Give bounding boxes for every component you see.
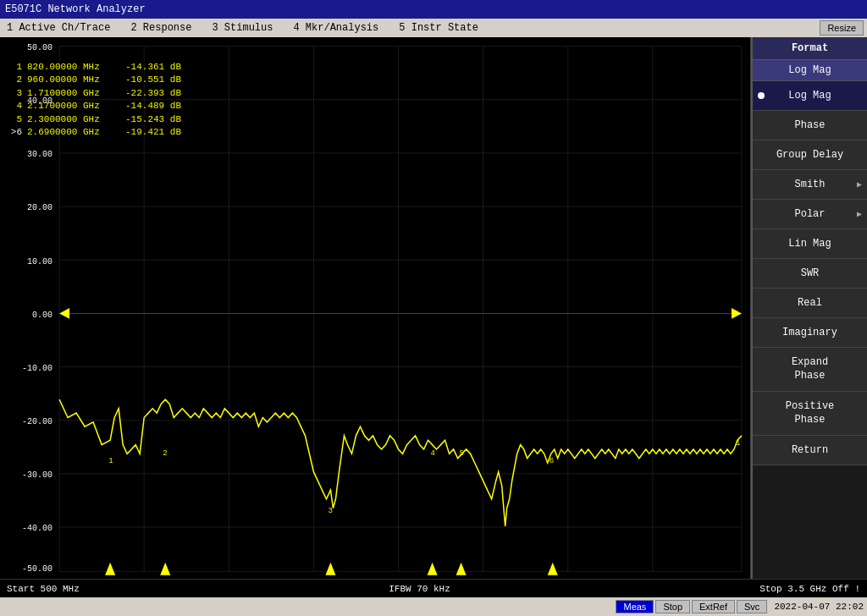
- menu-response[interactable]: 2 Response: [127, 20, 195, 36]
- menu-instr-state[interactable]: 5 Instr State: [395, 20, 482, 36]
- datetime-display: 2022-04-07 22:02: [774, 602, 864, 612]
- svg-text:2: 2: [163, 448, 167, 458]
- status-start: Start 500 MHz: [7, 584, 80, 594]
- svg-text:30.00: 30.00: [27, 149, 52, 159]
- svg-text:-40.00: -40.00: [22, 523, 52, 533]
- svg-text:-20.00: -20.00: [22, 416, 52, 426]
- status-ifbw: IFBW 70 kHz: [80, 584, 759, 594]
- marker-row-6: >6 2.6900000 GHz -19.421 dB: [8, 126, 193, 139]
- svg-text:50.00: 50.00: [27, 42, 52, 52]
- svg-text:4: 4: [431, 448, 436, 458]
- marker-table: 1 820.00000 MHz -14.361 dB 2 960.00000 M…: [8, 61, 193, 139]
- svg-text:20.00: 20.00: [27, 202, 52, 212]
- group-delay-button[interactable]: Group Delay: [753, 140, 867, 170]
- right-panel: Format Log Mag Log Mag Phase Group Delay…: [751, 37, 867, 579]
- marker-row-1: 1 820.00000 MHz -14.361 dB: [8, 61, 193, 74]
- polar-label: Polar: [794, 208, 825, 220]
- lin-mag-label: Lin Mag: [788, 238, 831, 250]
- expand-phase-label: ExpandPhase: [792, 356, 828, 382]
- svg-text:3: 3: [328, 506, 332, 515]
- log-mag-label: Log Mag: [788, 90, 831, 102]
- title-bar: E5071C Network Analyzer: [0, 0, 867, 19]
- log-mag-button[interactable]: Log Mag: [753, 81, 867, 111]
- return-button[interactable]: Return: [753, 436, 867, 465]
- expand-phase-button[interactable]: ExpandPhase: [753, 348, 867, 392]
- bottom-bar: Meas Stop ExtRef Svc 2022-04-07 22:02: [0, 597, 867, 616]
- polar-button[interactable]: Polar ▶: [753, 200, 867, 229]
- app-title: E5071C Network Analyzer: [5, 3, 146, 15]
- svc-button[interactable]: Svc: [737, 600, 767, 613]
- phase-button[interactable]: Phase: [753, 111, 867, 140]
- logmag-active-display: Log Mag: [753, 60, 867, 81]
- swr-label: SWR: [801, 267, 820, 279]
- extref-button[interactable]: ExtRef: [692, 600, 735, 613]
- smith-arrow-icon: ▶: [857, 179, 862, 190]
- marker-row-3: 3 1.7100000 GHz -22.393 dB: [8, 87, 193, 100]
- svg-text:1: 1: [108, 456, 113, 465]
- return-label: Return: [792, 444, 828, 456]
- svg-text:5: 5: [460, 448, 464, 458]
- svg-text:10.00: 10.00: [27, 256, 52, 266]
- real-button[interactable]: Real: [753, 289, 867, 318]
- smith-label: Smith: [794, 179, 825, 190]
- marker-row-4: 4 2.1700000 GHz -14.489 dB: [8, 100, 193, 113]
- svg-text:6: 6: [549, 456, 554, 465]
- svg-text:0.00: 0.00: [32, 309, 52, 319]
- marker-row-5: 5 2.3000000 GHz -15.243 dB: [8, 113, 193, 126]
- svg-text:-30.00: -30.00: [22, 470, 52, 480]
- log-mag-dot: [758, 92, 765, 99]
- marker-row-2: 2 960.00000 MHz -10.551 dB: [8, 74, 193, 86]
- imaginary-button[interactable]: Imaginary: [753, 318, 867, 348]
- menu-stimulus[interactable]: 3 Stimulus: [208, 20, 276, 36]
- svg-text:1: 1: [736, 437, 741, 447]
- lin-mag-button[interactable]: Lin Mag: [753, 229, 867, 259]
- smith-button[interactable]: Smith ▶: [753, 170, 867, 200]
- imaginary-label: Imaginary: [782, 327, 837, 338]
- status-stop: Stop 3.5 GHz Off !: [759, 584, 860, 594]
- positive-phase-label: PositivePhase: [786, 400, 835, 426]
- menu-bar: 1 Active Ch/Trace 2 Response 3 Stimulus …: [0, 19, 867, 37]
- resize-button[interactable]: Resize: [820, 20, 864, 36]
- menu-active-ch[interactable]: 1 Active Ch/Trace: [3, 20, 113, 36]
- positive-phase-button[interactable]: PositivePhase: [753, 392, 867, 436]
- group-delay-label: Group Delay: [776, 149, 843, 161]
- meas-button[interactable]: Meas: [616, 600, 654, 613]
- polar-arrow-icon: ▶: [857, 209, 862, 219]
- swr-button[interactable]: SWR: [753, 259, 867, 289]
- stop-button[interactable]: Stop: [655, 600, 690, 613]
- status-bar: Start 500 MHz IFBW 70 kHz Stop 3.5 GHz O…: [0, 579, 867, 597]
- format-header: Format: [753, 37, 867, 60]
- svg-text:-50.00: -50.00: [22, 564, 52, 574]
- menu-mkr-analysis[interactable]: 4 Mkr/Analysis: [290, 20, 382, 36]
- real-label: Real: [798, 297, 822, 309]
- phase-label: Phase: [794, 119, 825, 131]
- svg-text:-10.00: -10.00: [22, 363, 52, 373]
